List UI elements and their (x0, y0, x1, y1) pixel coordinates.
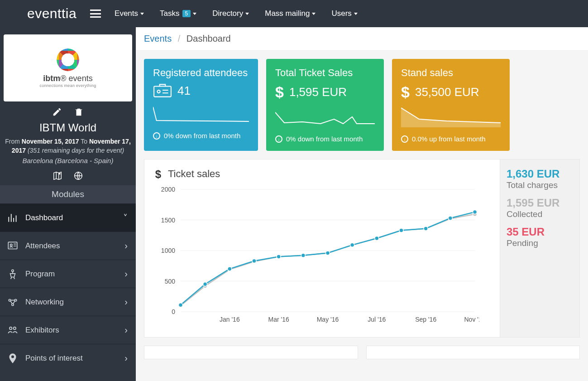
trend-icon: ↓ (275, 135, 282, 143)
chevron-down-icon: ˅ (123, 212, 128, 223)
chevron-down-icon (193, 13, 196, 15)
chevron-right-icon: › (124, 241, 128, 251)
legend-label: Total charges (507, 180, 573, 190)
nav-events[interactable]: Events (115, 9, 144, 18)
event-location: Barcelona (Barcelona - Spain) (0, 157, 136, 164)
svg-rect-10 (154, 87, 171, 97)
panel-placeholder (144, 346, 358, 359)
svg-text:Mar '16: Mar '16 (268, 316, 289, 323)
chevron-down-icon (354, 13, 358, 15)
svg-point-4 (12, 270, 14, 271)
card-title: Stand sales (401, 67, 501, 79)
svg-point-9 (14, 327, 16, 329)
chevron-down-icon (140, 13, 144, 15)
svg-text:$: $ (155, 168, 161, 180)
sidebar-item-points-of-interest[interactable]: Points of interest› (0, 344, 136, 372)
legend-value: 1,595 EUR (507, 197, 573, 209)
svg-text:2000: 2000 (161, 186, 175, 193)
svg-point-53 (424, 227, 428, 231)
svg-point-7 (12, 304, 14, 305)
footer-panels (144, 346, 580, 359)
card-value: $35,500 EUR (401, 83, 501, 101)
sparkline (153, 102, 249, 125)
sidebar-item-label: Dashboard (25, 213, 63, 222)
sidebar-item-label: Program (25, 270, 55, 279)
event-title: IBTM World (0, 121, 136, 134)
svg-text:Jul '16: Jul '16 (368, 316, 386, 323)
svg-point-3 (10, 244, 12, 246)
svg-point-45 (228, 267, 232, 271)
dollar-icon: $ (275, 83, 284, 101)
svg-point-43 (179, 303, 183, 307)
breadcrumb-current: Dashboard (186, 34, 231, 43)
globe-icon[interactable] (73, 172, 83, 179)
ticket-sales-panel: $ Ticket sales 0500100015002000Jan '16Ma… (144, 159, 580, 338)
sidebar-item-attendees[interactable]: Attendees› (0, 231, 136, 260)
sidebar-item-label: Attendees (25, 241, 60, 251)
dollar-icon: $ (401, 83, 410, 101)
svg-text:500: 500 (165, 277, 176, 285)
card-footer: ↓0% down from last month (153, 131, 249, 140)
svg-point-6 (14, 299, 16, 301)
chart-title: $ Ticket sales (153, 168, 493, 180)
nav-users[interactable]: Users (331, 9, 357, 18)
sidebar-item-networking[interactable]: Networking› (0, 288, 136, 316)
chevron-right-icon: › (124, 297, 128, 307)
edit-icon[interactable] (52, 106, 65, 116)
nav-tasks[interactable]: Tasks5 (160, 9, 196, 18)
brand-logo: eventtia (27, 6, 76, 21)
svg-point-8 (10, 327, 12, 329)
people-icon (6, 240, 19, 252)
group-icon (6, 324, 19, 337)
chevron-right-icon: › (124, 269, 128, 279)
svg-point-44 (203, 282, 207, 286)
svg-text:Nov '16: Nov '16 (464, 316, 479, 323)
dollar-icon: $ (153, 168, 163, 180)
card-footer: ↓0.0% up from last month (401, 135, 501, 144)
card-blue: Registered attendees41↓0% down from last… (144, 59, 258, 151)
card-footer: ↓0% down from last month (275, 135, 375, 144)
breadcrumb-root[interactable]: Events (144, 34, 172, 43)
svg-point-54 (448, 216, 452, 220)
svg-text:1000: 1000 (161, 247, 175, 254)
top-nav: eventtia Events Tasks5 Directory Mass ma… (0, 0, 588, 27)
sidebar-item-label: Exhibitors (25, 326, 59, 335)
sidebar-item-exhibitors[interactable]: Exhibitors› (0, 316, 136, 344)
svg-text:Sep '16: Sep '16 (415, 316, 436, 323)
svg-point-51 (375, 236, 379, 240)
chevron-right-icon: › (124, 353, 128, 363)
breadcrumb: Events / Dashboard (136, 27, 588, 51)
sidebar-item-dashboard[interactable]: Dashboard˅ (0, 203, 136, 231)
svg-point-46 (252, 259, 256, 263)
pin-icon (6, 352, 19, 365)
panel-placeholder (366, 346, 580, 359)
svg-text:Jan '16: Jan '16 (220, 316, 240, 323)
sparkline (275, 106, 375, 128)
badge-icon (153, 83, 172, 98)
svg-point-11 (157, 90, 160, 93)
legend-value: 1,630 EUR (507, 168, 573, 180)
chart-legend: 1,630 EURTotal charges1,595 EURCollected… (500, 159, 580, 338)
map-icon[interactable] (53, 172, 62, 179)
card-title: Registered attendees (153, 67, 249, 79)
chevron-right-icon: › (124, 325, 128, 335)
nav-massmailing[interactable]: Mass mailing (265, 9, 316, 18)
legend-label: Collected (507, 209, 573, 219)
svg-point-55 (473, 210, 477, 214)
nav-directory[interactable]: Directory (212, 9, 249, 18)
svg-point-52 (399, 228, 403, 232)
svg-point-5 (9, 299, 10, 301)
delete-icon[interactable] (74, 106, 84, 116)
modules-header: Modules (0, 185, 136, 203)
svg-text:0: 0 (172, 308, 175, 315)
svg-point-48 (301, 253, 305, 257)
sidebar-item-program[interactable]: Program› (0, 260, 136, 288)
card-value: $1,595 EUR (275, 83, 375, 101)
event-logo-card: ibtm® events connections mean everything (4, 34, 132, 101)
card-value: 41 (153, 83, 249, 98)
trend-icon: ↓ (153, 132, 160, 140)
hamburger-icon[interactable] (90, 10, 101, 18)
sparkline (401, 106, 501, 128)
ticket-sales-chart: 0500100015002000Jan '16Mar '16May '16Jul… (153, 185, 479, 330)
event-dates: From November 15, 2017 To November 17, 2… (0, 137, 136, 155)
